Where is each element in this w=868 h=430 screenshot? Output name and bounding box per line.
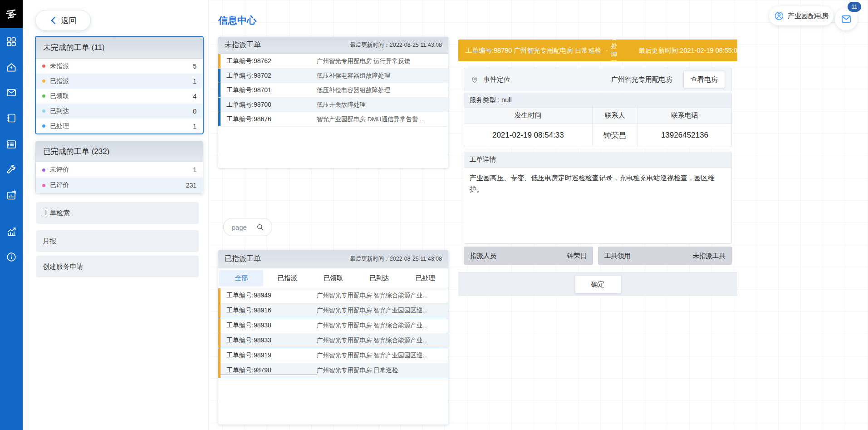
tab-processed[interactable]: 已处理 xyxy=(403,270,447,287)
work-order-id: 工单编号:98790 xyxy=(221,366,317,375)
brand-logo-icon xyxy=(3,6,20,22)
finished-orders-card: 已完成的工单 (232) 未评价 1 已评价 231 xyxy=(35,141,203,193)
service-info-card: 服务类型 : null 发生时间 联系人 联系电话 2021-02-19 08:… xyxy=(464,93,732,147)
stat-label: 已处理 xyxy=(50,122,69,130)
unfinished-orders-title: 未完成的工单 (11) xyxy=(36,37,203,59)
work-order-row[interactable]: 工单编号:98702 低压补偿电容器组故障处理 xyxy=(218,69,448,83)
trend-up-icon[interactable] xyxy=(6,226,17,237)
work-order-row-selected[interactable]: 工单编号:98790 广州智光专用配电房 日常巡检 xyxy=(218,363,448,378)
back-button[interactable]: 返回 xyxy=(35,10,91,31)
stat-row-claimed[interactable]: 已领取 4 xyxy=(36,89,203,104)
left-panel: 返回 未完成的工单 (11) 未指派 5 已指派 1 已领取 4 xyxy=(23,0,209,430)
stat-row-unassigned[interactable]: 未指派 5 xyxy=(36,59,203,74)
wrench-icon[interactable] xyxy=(6,164,17,175)
chevron-down-icon xyxy=(606,48,608,53)
unassigned-panel-title: 未指派工单 xyxy=(225,40,261,50)
apps-icon[interactable] xyxy=(6,36,17,47)
link-order-search[interactable]: 工单检索 xyxy=(36,202,199,224)
page-search xyxy=(223,218,272,236)
service-type-label: 服务类型 : null xyxy=(464,93,731,108)
work-order-desc: 广州智光专用配电房 智光综合能源产业... xyxy=(317,321,448,330)
stat-label: 未评价 xyxy=(50,166,69,174)
tab-all[interactable]: 全部 xyxy=(219,270,263,287)
work-order-id: 工单编号:98702 xyxy=(221,72,317,80)
work-order-desc: 广州智光专用配电房 运行异常反馈 xyxy=(317,57,448,65)
pink-dot-icon xyxy=(42,184,45,187)
tab-claimed[interactable]: 已领取 xyxy=(311,270,355,287)
unassigned-panel-header: 未指派工单 最后更新时间：2022-08-25 11:43:08 xyxy=(218,37,448,54)
work-order-row[interactable]: 工单编号:98676 智光产业园配电房 DMU通信异常告警 ... xyxy=(218,112,448,127)
stat-count: 1 xyxy=(193,166,196,173)
mail-icon xyxy=(841,14,852,25)
assigned-panel-title: 已指派工单 xyxy=(225,254,261,264)
tools-label: 工具领用 xyxy=(604,252,631,260)
chevron-left-icon xyxy=(50,16,57,25)
work-order-row[interactable]: 工单编号:98701 低压补偿电容器组故障处理 xyxy=(218,83,448,98)
stat-row-assigned[interactable]: 已指派 1 xyxy=(36,74,203,89)
mail-icon[interactable] xyxy=(6,87,17,98)
unfinished-orders-list: 未指派 5 已指派 1 已领取 4 已到达 0 xyxy=(36,59,203,133)
work-order-row[interactable]: 工单编号:98700 低压开关故障处理 xyxy=(218,98,448,112)
unfinished-orders-card: 未完成的工单 (11) 未指派 5 已指派 1 已领取 4 xyxy=(35,36,203,134)
location-pin-icon xyxy=(471,75,479,84)
home-power-icon[interactable] xyxy=(6,62,17,73)
stat-row-rated[interactable]: 已评价 231 xyxy=(36,178,203,193)
work-order-id: 工单编号:98949 xyxy=(221,292,317,300)
user-icon xyxy=(774,11,784,21)
app-window: 返回 未完成的工单 (11) 未指派 5 已指派 1 已领取 4 xyxy=(0,0,868,430)
stat-count: 1 xyxy=(193,78,196,85)
page-search-input[interactable] xyxy=(232,223,253,231)
info-icon[interactable] xyxy=(6,252,17,262)
detail-footer: 确定 xyxy=(458,272,737,296)
stat-label: 已到达 xyxy=(50,107,69,115)
work-order-desc: 广州智光专用配电房 智光产业园园区巡... xyxy=(317,306,448,315)
tools-value: 未指派工具 xyxy=(693,252,726,260)
red-dot-icon xyxy=(42,64,45,68)
confirm-button[interactable]: 确定 xyxy=(575,275,621,293)
banner-updated-time: 最后更新时间:2021-02-19 08:55:08 xyxy=(638,46,741,55)
work-order-row[interactable]: 工单编号:98949 广州智光专用配电房 智光综合能源产业... xyxy=(218,288,448,303)
work-order-row[interactable]: 工单编号:98933 广州智光专用配电房 智光综合能源产业... xyxy=(218,333,448,348)
assignee-bar[interactable]: 指派人员 钟荣昌 xyxy=(464,247,593,265)
user-account-chip[interactable]: 产业园配电房 xyxy=(769,6,834,25)
work-order-row[interactable]: 工单编号:98916 广州智光专用配电房 智光产业园园区巡... xyxy=(218,303,448,318)
work-order-row[interactable]: 工单编号:98919 广州智光专用配电房 智光产业园园区巡... xyxy=(218,348,448,363)
stat-row-unrated[interactable]: 未评价 1 xyxy=(36,162,203,178)
view-power-room-button[interactable]: 查看电房 xyxy=(683,71,725,88)
work-order-id: 工单编号:98919 xyxy=(221,351,317,360)
finished-orders-title: 已完成的工单 (232) xyxy=(36,141,203,162)
notebook-icon[interactable] xyxy=(6,113,17,124)
stat-count: 4 xyxy=(193,93,196,100)
page-title: 信息中心 xyxy=(218,14,256,27)
work-order-row[interactable]: 工单编号:98762 广州智光专用配电房 运行异常反馈 xyxy=(218,54,448,69)
link-monthly-report[interactable]: 月报 xyxy=(36,230,199,252)
search-icon[interactable] xyxy=(256,223,264,231)
col-header-contact: 联系人 xyxy=(593,108,638,124)
stat-label: 未指派 xyxy=(50,62,69,70)
work-order-id: 工单编号:98933 xyxy=(221,336,317,345)
tools-bar[interactable]: 工具领用 未指派工具 xyxy=(598,247,732,265)
work-order-row[interactable]: 工单编号:98938 广州智光专用配电房 智光综合能源产业... xyxy=(218,318,448,333)
order-details-card: 工单详情 产业园高压、专变、低压电房定时巡检检查记录，充电桩充电站巡视检查，园区… xyxy=(464,152,732,244)
event-location-value: 广州智光专用配电房 xyxy=(611,75,672,84)
stat-label: 已指派 xyxy=(50,77,69,85)
stat-label: 已评价 xyxy=(50,181,69,189)
assigned-panel-header: 已指派工单 最后更新时间：2022-08-25 11:43:08 xyxy=(218,250,448,268)
sky-dot-icon xyxy=(42,109,45,113)
message-count-badge: 11 xyxy=(848,2,861,12)
service-table: 发生时间 联系人 联系电话 2021-02-19 08:54:33 钟荣昌 13… xyxy=(464,108,731,147)
list-icon[interactable] xyxy=(6,139,17,150)
tab-assigned[interactable]: 已指派 xyxy=(265,270,309,287)
tab-arrived[interactable]: 已到达 xyxy=(357,270,401,287)
col-header-occur-time: 发生时间 xyxy=(464,108,593,124)
link-create-service-request[interactable]: 创建服务申请 xyxy=(36,256,199,277)
report-chart-icon[interactable] xyxy=(6,190,17,201)
work-order-desc: 智光产业园配电房 DMU通信异常告警 ... xyxy=(317,115,448,124)
stat-count: 5 xyxy=(193,63,196,70)
back-button-label: 返回 xyxy=(61,15,77,26)
stat-row-processed[interactable]: 已处理 1 xyxy=(36,119,203,133)
work-order-desc: 低压补偿电容器组故障处理 xyxy=(317,72,448,80)
work-order-id: 工单编号:98676 xyxy=(221,115,317,124)
stat-row-arrived[interactable]: 已到达 0 xyxy=(36,104,203,119)
work-order-id: 工单编号:98700 xyxy=(221,101,317,109)
